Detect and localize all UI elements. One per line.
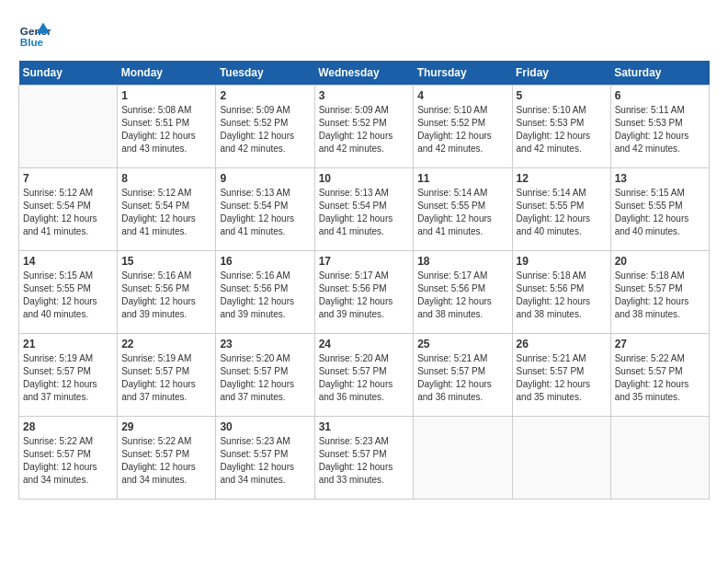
page-header: General Blue — [18, 18, 710, 52]
svg-text:Blue: Blue — [20, 36, 44, 48]
calendar-cell: 22Sunrise: 5:19 AM Sunset: 5:57 PM Dayli… — [118, 334, 216, 417]
day-number: 2 — [220, 89, 310, 102]
day-info: Sunrise: 5:18 AM Sunset: 5:56 PM Dayligh… — [517, 270, 607, 321]
day-number: 5 — [517, 89, 607, 102]
day-info: Sunrise: 5:13 AM Sunset: 5:54 PM Dayligh… — [319, 187, 410, 238]
calendar-cell: 19Sunrise: 5:18 AM Sunset: 5:56 PM Dayli… — [512, 251, 610, 334]
calendar-cell: 24Sunrise: 5:20 AM Sunset: 5:57 PM Dayli… — [314, 334, 414, 417]
day-number: 23 — [220, 338, 310, 350]
calendar-cell — [19, 86, 118, 168]
calendar-cell: 16Sunrise: 5:16 AM Sunset: 5:56 PM Dayli… — [216, 251, 314, 334]
day-number: 25 — [417, 338, 507, 350]
calendar-cell — [512, 417, 610, 500]
day-number: 8 — [121, 172, 211, 185]
calendar-cell: 4Sunrise: 5:10 AM Sunset: 5:52 PM Daylig… — [414, 86, 512, 168]
day-of-week-header: Saturday — [610, 61, 709, 86]
day-info: Sunrise: 5:15 AM Sunset: 5:55 PM Dayligh… — [23, 270, 113, 321]
day-of-week-header: Sunday — [19, 61, 118, 86]
day-info: Sunrise: 5:22 AM Sunset: 5:57 PM Dayligh… — [23, 435, 113, 487]
day-info: Sunrise: 5:23 AM Sunset: 5:57 PM Dayligh… — [319, 435, 410, 487]
calendar-week-row: 14Sunrise: 5:15 AM Sunset: 5:55 PM Dayli… — [19, 251, 710, 334]
day-number: 3 — [319, 89, 410, 102]
day-info: Sunrise: 5:10 AM Sunset: 5:53 PM Dayligh… — [517, 104, 607, 155]
day-info: Sunrise: 5:14 AM Sunset: 5:55 PM Dayligh… — [517, 187, 607, 238]
calendar-cell: 7Sunrise: 5:12 AM Sunset: 5:54 PM Daylig… — [19, 168, 118, 251]
day-number: 15 — [121, 255, 211, 268]
logo: General Blue — [18, 18, 51, 52]
calendar-cell: 12Sunrise: 5:14 AM Sunset: 5:55 PM Dayli… — [512, 168, 610, 251]
day-number: 12 — [517, 172, 607, 185]
day-info: Sunrise: 5:18 AM Sunset: 5:57 PM Dayligh… — [615, 270, 705, 321]
day-info: Sunrise: 5:20 AM Sunset: 5:57 PM Dayligh… — [319, 352, 410, 404]
day-number: 10 — [319, 172, 410, 185]
day-of-week-header: Monday — [118, 61, 216, 86]
day-number: 22 — [121, 338, 211, 350]
day-number: 6 — [615, 89, 705, 102]
day-info: Sunrise: 5:22 AM Sunset: 5:57 PM Dayligh… — [121, 435, 211, 487]
day-number: 16 — [220, 255, 310, 268]
day-info: Sunrise: 5:16 AM Sunset: 5:56 PM Dayligh… — [121, 270, 211, 321]
calendar-cell: 14Sunrise: 5:15 AM Sunset: 5:55 PM Dayli… — [19, 251, 118, 334]
calendar-cell: 18Sunrise: 5:17 AM Sunset: 5:56 PM Dayli… — [414, 251, 512, 334]
day-of-week-header: Wednesday — [314, 61, 414, 86]
calendar-cell: 10Sunrise: 5:13 AM Sunset: 5:54 PM Dayli… — [314, 168, 414, 251]
calendar-week-row: 28Sunrise: 5:22 AM Sunset: 5:57 PM Dayli… — [19, 417, 710, 500]
calendar-cell: 8Sunrise: 5:12 AM Sunset: 5:54 PM Daylig… — [118, 168, 216, 251]
calendar-cell: 9Sunrise: 5:13 AM Sunset: 5:54 PM Daylig… — [216, 168, 314, 251]
calendar-cell: 13Sunrise: 5:15 AM Sunset: 5:55 PM Dayli… — [610, 168, 709, 251]
calendar-cell — [610, 417, 709, 500]
day-number: 24 — [319, 338, 410, 350]
day-number: 18 — [417, 255, 507, 268]
day-info: Sunrise: 5:20 AM Sunset: 5:57 PM Dayligh… — [220, 352, 310, 404]
day-of-week-header: Thursday — [414, 61, 512, 86]
calendar-cell: 28Sunrise: 5:22 AM Sunset: 5:57 PM Dayli… — [19, 417, 118, 500]
day-info: Sunrise: 5:09 AM Sunset: 5:52 PM Dayligh… — [220, 104, 310, 155]
day-info: Sunrise: 5:11 AM Sunset: 5:53 PM Dayligh… — [615, 104, 705, 155]
day-number: 31 — [319, 420, 410, 433]
calendar-cell: 26Sunrise: 5:21 AM Sunset: 5:57 PM Dayli… — [512, 334, 610, 417]
day-number: 30 — [220, 420, 310, 433]
day-info: Sunrise: 5:23 AM Sunset: 5:57 PM Dayligh… — [220, 435, 310, 487]
calendar-cell: 2Sunrise: 5:09 AM Sunset: 5:52 PM Daylig… — [216, 86, 314, 168]
day-of-week-header: Friday — [512, 61, 610, 86]
calendar-cell: 25Sunrise: 5:21 AM Sunset: 5:57 PM Dayli… — [414, 334, 512, 417]
day-info: Sunrise: 5:21 AM Sunset: 5:57 PM Dayligh… — [517, 352, 607, 404]
calendar-cell: 30Sunrise: 5:23 AM Sunset: 5:57 PM Dayli… — [216, 417, 314, 500]
day-info: Sunrise: 5:12 AM Sunset: 5:54 PM Dayligh… — [23, 187, 113, 238]
calendar-cell: 11Sunrise: 5:14 AM Sunset: 5:55 PM Dayli… — [414, 168, 512, 251]
calendar-cell: 15Sunrise: 5:16 AM Sunset: 5:56 PM Dayli… — [118, 251, 216, 334]
calendar-cell: 5Sunrise: 5:10 AM Sunset: 5:53 PM Daylig… — [512, 86, 610, 168]
day-number: 17 — [319, 255, 410, 268]
calendar-week-row: 7Sunrise: 5:12 AM Sunset: 5:54 PM Daylig… — [19, 168, 710, 251]
day-info: Sunrise: 5:09 AM Sunset: 5:52 PM Dayligh… — [319, 104, 410, 155]
calendar-cell: 17Sunrise: 5:17 AM Sunset: 5:56 PM Dayli… — [314, 251, 414, 334]
day-info: Sunrise: 5:22 AM Sunset: 5:57 PM Dayligh… — [615, 352, 705, 404]
day-info: Sunrise: 5:17 AM Sunset: 5:56 PM Dayligh… — [417, 270, 507, 321]
day-number: 20 — [615, 255, 705, 268]
day-info: Sunrise: 5:14 AM Sunset: 5:55 PM Dayligh… — [417, 187, 507, 238]
day-number: 11 — [417, 172, 507, 185]
calendar-cell: 20Sunrise: 5:18 AM Sunset: 5:57 PM Dayli… — [610, 251, 709, 334]
day-number: 7 — [23, 172, 113, 185]
day-info: Sunrise: 5:10 AM Sunset: 5:52 PM Dayligh… — [417, 104, 507, 155]
day-number: 13 — [615, 172, 705, 185]
day-number: 26 — [517, 338, 607, 350]
day-number: 28 — [23, 420, 113, 433]
day-info: Sunrise: 5:19 AM Sunset: 5:57 PM Dayligh… — [121, 352, 211, 404]
day-number: 1 — [121, 89, 211, 102]
day-info: Sunrise: 5:21 AM Sunset: 5:57 PM Dayligh… — [417, 352, 507, 404]
calendar-cell: 29Sunrise: 5:22 AM Sunset: 5:57 PM Dayli… — [118, 417, 216, 500]
calendar-table: SundayMondayTuesdayWednesdayThursdayFrid… — [18, 61, 710, 500]
calendar-cell: 1Sunrise: 5:08 AM Sunset: 5:51 PM Daylig… — [118, 86, 216, 168]
day-number: 29 — [121, 420, 211, 433]
calendar-cell: 31Sunrise: 5:23 AM Sunset: 5:57 PM Dayli… — [314, 417, 414, 500]
day-info: Sunrise: 5:08 AM Sunset: 5:51 PM Dayligh… — [121, 104, 211, 155]
day-info: Sunrise: 5:17 AM Sunset: 5:56 PM Dayligh… — [319, 270, 410, 321]
calendar-cell: 23Sunrise: 5:20 AM Sunset: 5:57 PM Dayli… — [216, 334, 314, 417]
day-info: Sunrise: 5:12 AM Sunset: 5:54 PM Dayligh… — [121, 187, 211, 238]
day-of-week-header: Tuesday — [216, 61, 314, 86]
day-number: 21 — [23, 338, 113, 350]
day-number: 4 — [417, 89, 507, 102]
day-info: Sunrise: 5:15 AM Sunset: 5:55 PM Dayligh… — [615, 187, 705, 238]
day-info: Sunrise: 5:13 AM Sunset: 5:54 PM Dayligh… — [220, 187, 310, 238]
